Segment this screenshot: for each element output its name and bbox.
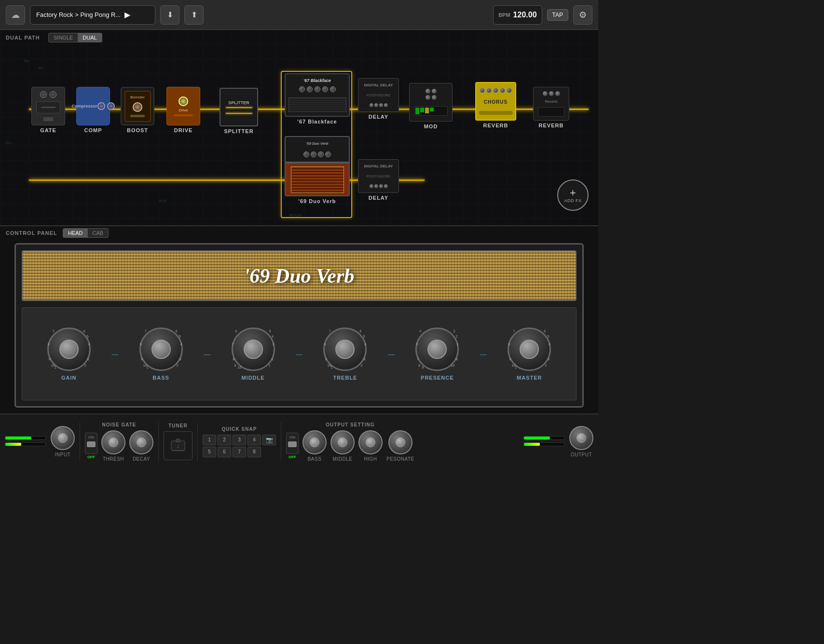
tap-button[interactable]: TAP: [547, 9, 568, 21]
tuner-display[interactable]: ♩: [164, 431, 192, 460]
thresh-knob[interactable]: [101, 430, 125, 454]
output-high-label: HIGH: [364, 456, 377, 462]
output-label: OUTPUT: [571, 452, 592, 457]
output-middle-section: MIDDLE: [330, 430, 355, 462]
preset-selector[interactable]: Factory Rock > Ping Pong R... ▶: [30, 5, 155, 25]
delay2-box: DIGITAL DELAY POSITIVE/ORD: [358, 159, 399, 193]
snap-btn-6[interactable]: 6: [218, 447, 231, 457]
chorus-pedal: CHORUS: [475, 82, 516, 121]
bass-knob[interactable]: 7 6 5 4 3 2 1 10 9 8: [139, 328, 183, 371]
chorus-text: CHORUS: [484, 99, 508, 105]
noise-gate-switch[interactable]: ON: [85, 433, 97, 454]
decay-knob[interactable]: [129, 430, 153, 454]
mixer-label: MOD: [424, 123, 438, 129]
output-middle-knob[interactable]: [330, 430, 355, 454]
control-panel: CONTROL PANEL HEAD CAB '69 Duo Verb 7 6 …: [0, 225, 598, 413]
path-toggle[interactable]: SINGLE DUAL: [48, 33, 102, 42]
comp-label: COMP: [84, 127, 102, 133]
output-pesonate-knob[interactable]: [388, 430, 412, 454]
output-bass-knob[interactable]: [302, 430, 327, 454]
noise-gate-on-label: ON: [88, 435, 94, 439]
cloud-icon: ☁: [11, 10, 20, 20]
mod-effect[interactable]: CHORUS REVERB: [475, 82, 516, 128]
input-section: INPUT: [51, 426, 75, 457]
delay2-effect[interactable]: DIGITAL DELAY POSITIVE/ORD DELAY: [358, 159, 399, 201]
output-level-meters: [523, 436, 564, 448]
output-toggle[interactable]: ON OFF: [286, 433, 299, 459]
drive-label: DRIVE: [174, 127, 193, 133]
output-bass-section: BASS: [302, 430, 327, 462]
master-knob[interactable]: 7 6 5 4 3 2 1 10 9 8: [508, 328, 551, 371]
control-panel-label: CONTROL PANEL: [6, 230, 57, 236]
noise-gate-toggle[interactable]: ON OFF: [85, 433, 97, 459]
reverb-effect[interactable]: Reverb REVERB: [533, 87, 569, 128]
output-pesonate-section: PESONATE: [386, 430, 414, 462]
noise-gate-controls: ON OFF THRESH DECAY: [85, 430, 153, 462]
bpm-value[interactable]: 120.00: [513, 11, 537, 19]
play-button[interactable]: ▶: [124, 10, 130, 19]
svg-text:♩: ♩: [177, 444, 179, 449]
snap-btn-1[interactable]: 1: [203, 435, 216, 445]
output-knob[interactable]: [569, 426, 593, 450]
master-knob-container: 7 6 5 4 3 2 1 10 9 8: [508, 328, 551, 381]
output-high-knob[interactable]: [358, 430, 383, 454]
delay1-effect[interactable]: DIGITAL DELAY POSITIVE/ORD DELAY: [358, 78, 399, 120]
upload-button[interactable]: ⬆: [184, 5, 204, 25]
gate-effect[interactable]: GATE: [31, 87, 65, 133]
snap-btn-3[interactable]: 3: [233, 435, 246, 445]
reverb-label: REVERB: [539, 123, 564, 128]
head-toggle[interactable]: HEAD: [63, 229, 88, 237]
cloud-button[interactable]: ☁: [6, 5, 25, 25]
gain-knob[interactable]: 7 6 5 4 3 2 1 10 9 8: [47, 328, 91, 371]
single-toggle[interactable]: SINGLE: [49, 33, 78, 42]
middle-treble-separator: —: [296, 350, 302, 358]
settings-button[interactable]: ⚙: [573, 5, 592, 25]
snap-camera-btn[interactable]: 📷: [262, 435, 276, 445]
snap-btn-8[interactable]: 8: [247, 447, 261, 457]
master-label: MASTER: [517, 375, 542, 381]
snap-btn-4[interactable]: 4: [247, 435, 261, 445]
splitter-box: SPLITTER: [220, 88, 258, 126]
amp-69-duoverb[interactable]: '69 Duo Verb '69 Duo Verb: [285, 136, 350, 204]
decay-section: DECAY: [129, 430, 153, 462]
boost-effect[interactable]: Booster BOOST: [121, 87, 154, 133]
upload-icon: ⬆: [191, 10, 197, 19]
amp-grille-cloth: '69 Duo Verb: [22, 250, 577, 301]
splitter-effect[interactable]: SPLITTER SPLITTER: [220, 88, 258, 134]
comp-effect[interactable]: Compressor COMP: [76, 87, 110, 133]
drive-effect[interactable]: Drive DRIVE: [166, 87, 200, 133]
output-setting-controls: ON OFF BASS MIDDLE: [286, 430, 414, 462]
add-fx-button[interactable]: + ADD FX: [557, 179, 589, 211]
input-level-meters: [5, 436, 46, 448]
comp-pedal: Compressor: [76, 87, 110, 125]
head-cab-toggle[interactable]: HEAD CAB: [63, 228, 109, 238]
mod-label: REVERB: [483, 123, 508, 128]
tuner-title: TUNER: [168, 423, 187, 428]
input-knob[interactable]: [51, 426, 75, 450]
mixer-box: [409, 83, 453, 122]
gate-pedal: [31, 87, 65, 125]
bass-middle-separator: —: [204, 350, 210, 358]
reverb-pedal: Reverb: [533, 87, 569, 121]
output-off-label: OFF: [288, 455, 296, 459]
dual-toggle[interactable]: DUAL: [78, 33, 101, 42]
cab-toggle[interactable]: CAB: [88, 229, 109, 237]
amp-67-label: '67 Blackface: [297, 119, 337, 124]
gate-label: GATE: [40, 127, 56, 133]
circuit-text-6: BD139: [289, 213, 301, 218]
amp-67-blackface[interactable]: '67 Blackface '67 Blackface: [285, 73, 350, 124]
output-switch[interactable]: ON: [286, 433, 299, 454]
amp-name: '69 Duo Verb: [244, 264, 355, 288]
snap-btn-2[interactable]: 2: [218, 435, 231, 445]
presence-knob[interactable]: 4 3 2 1 8 10 9 8 7 5: [415, 328, 459, 371]
snap-btn-7[interactable]: 7: [233, 447, 246, 457]
gain-bass-separator: —: [111, 350, 118, 358]
presence-master-separator: —: [480, 350, 487, 358]
middle-knob[interactable]: 6 5 4 3 2 1 10 9 8 7: [232, 328, 275, 371]
delay1-label: DELAY: [369, 114, 388, 120]
mixer-effect[interactable]: MOD: [409, 83, 453, 129]
snap-btn-5[interactable]: 5: [203, 447, 216, 457]
amp-body: '69 Duo Verb 7 6 5 4 3 2 1: [14, 243, 584, 408]
treble-knob[interactable]: 7 6 5 4 3 2 1 10 9 8: [323, 328, 367, 371]
download-button[interactable]: ⬇: [160, 5, 179, 25]
